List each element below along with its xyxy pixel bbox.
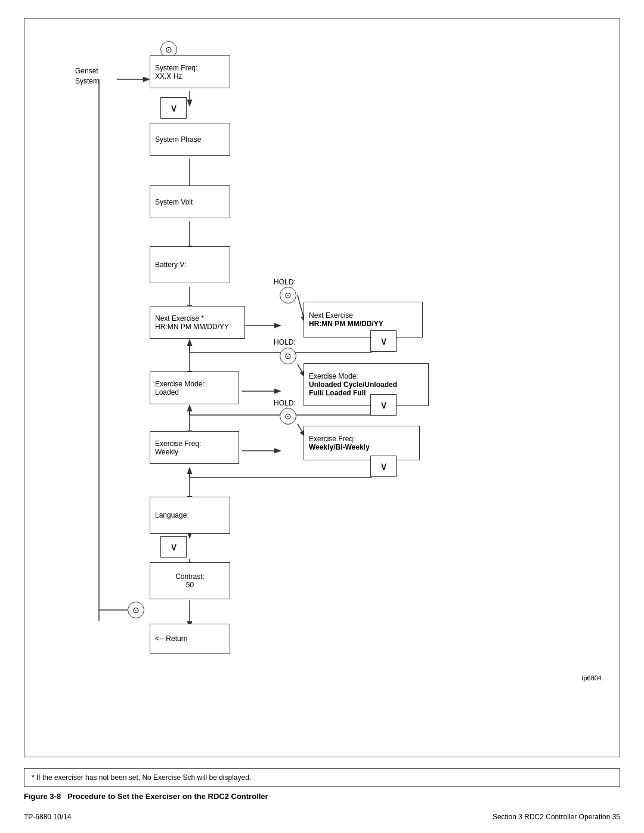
next-exercise-left-line2: HR:MN PM MM/DD/YY: [155, 323, 229, 331]
contrast-label: Contrast:: [175, 572, 205, 581]
footer-right: Section 3 RDC2 Controller Operation 35: [493, 813, 620, 821]
next-exercise-right-line2: HR:MN PM MM/DD/YY: [309, 320, 383, 328]
battery-v-label: Battery V:: [155, 261, 186, 269]
figure-label: Figure 3-8: [24, 792, 61, 801]
next-exercise-right-box: Next Exercise HR:MN PM MM/DD/YY: [304, 302, 423, 337]
exercise-mode-left-line2: Loaded: [155, 388, 179, 397]
bottom-circle-btn[interactable]: ⊙: [128, 602, 144, 618]
footnote-text: * If the exerciser has not been set, No …: [32, 773, 251, 782]
return-label: <-- Return: [155, 634, 187, 643]
exercise-freq-right-box: Exercise Freq: Weekly/Bi-Weekly: [304, 426, 420, 460]
hold-circle-3[interactable]: ⊙: [280, 408, 296, 425]
exercise-freq-right-line1: Exercise Freq:: [309, 435, 355, 443]
hold-circle-1[interactable]: ⊙: [280, 287, 296, 304]
battery-v-box: Battery V:: [150, 246, 230, 283]
next-exercise-left-line1: Next Exercise *: [155, 314, 204, 323]
figure-title: Procedure to Set the Exerciser on the RD…: [63, 792, 268, 801]
language-box: Language:: [150, 497, 230, 534]
chevron-1[interactable]: ∨: [160, 97, 187, 119]
chevron-5[interactable]: ∨: [160, 536, 187, 558]
diagram-container: Genset System ⊙ System Freq: XX.X Hz ∨ S…: [24, 18, 620, 757]
exercise-mode-right-line2: Unloaded Cycle/Unloaded: [309, 380, 397, 389]
exercise-mode-left-box: Exercise Mode: Loaded: [150, 371, 239, 404]
next-exercise-left-box: Next Exercise * HR:MN PM MM/DD/YY: [150, 306, 245, 339]
exercise-freq-left-line1: Exercise Freq:: [155, 439, 201, 448]
system-freq-line1: System Freq:: [155, 64, 197, 72]
arrows-svg: [36, 30, 608, 686]
exercise-freq-right-line2: Weekly/Bi-Weekly: [309, 443, 370, 451]
system-phase-box: System Phase: [150, 123, 230, 156]
exercise-mode-right-line3: Full/ Loaded Full: [309, 389, 366, 397]
exercise-freq-left-line2: Weekly: [155, 448, 178, 456]
exercise-mode-left-line1: Exercise Mode:: [155, 380, 205, 388]
language-label: Language:: [155, 511, 189, 519]
system-volt-label: System Volt: [155, 198, 193, 206]
next-exercise-right-line1: Next Exercise: [309, 311, 353, 320]
hold3-label: HOLD:: [274, 399, 296, 407]
system-volt-box: System Volt: [150, 185, 230, 218]
chevron-4[interactable]: ∨: [370, 456, 397, 477]
exercise-mode-right-box: Exercise Mode: Unloaded Cycle/Unloaded F…: [304, 363, 429, 406]
exercise-mode-right-line1: Exercise Mode:: [309, 372, 358, 380]
chevron-3[interactable]: ∨: [370, 394, 397, 416]
tp-ref: tp6804: [581, 674, 602, 682]
genset-label: Genset System: [75, 66, 99, 86]
system-freq-line2: XX.X Hz: [155, 72, 182, 80]
chevron-2[interactable]: ∨: [370, 330, 397, 352]
system-phase-label: System Phase: [155, 135, 201, 144]
hold-circle-2[interactable]: ⊙: [280, 348, 296, 364]
exercise-freq-left-box: Exercise Freq: Weekly: [150, 431, 239, 464]
hold1-label: HOLD:: [274, 278, 296, 286]
footnote-box: * If the exerciser has not been set, No …: [24, 768, 620, 787]
contrast-box: Contrast: 50: [150, 562, 230, 599]
page: Genset System ⊙ System Freq: XX.X Hz ∨ S…: [0, 0, 644, 833]
page-footer: TP-6880 10/14 Section 3 RDC2 Controller …: [24, 813, 620, 821]
system-freq-box: System Freq: XX.X Hz: [150, 55, 230, 88]
figure-caption: Figure 3-8 Procedure to Set the Exercise…: [24, 792, 620, 801]
contrast-value: 50: [186, 581, 194, 589]
diagram-inner: Genset System ⊙ System Freq: XX.X Hz ∨ S…: [36, 30, 608, 686]
return-box: <-- Return: [150, 624, 230, 654]
footer-left: TP-6880 10/14: [24, 813, 71, 821]
hold2-label: HOLD:: [274, 338, 296, 346]
